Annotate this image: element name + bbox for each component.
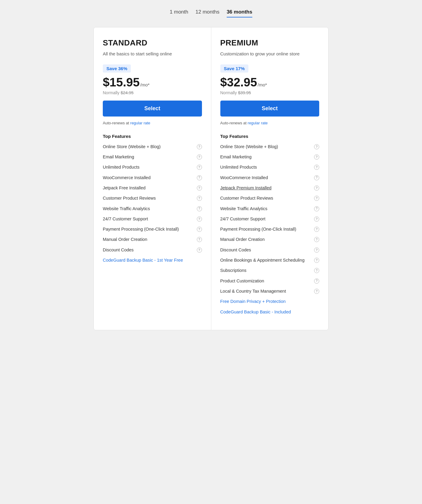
price-period: /mo*: [258, 82, 267, 87]
regular-rate-link[interactable]: regular rate: [130, 121, 150, 125]
plan-card-standard: STANDARD All the basics to start selling…: [94, 27, 211, 330]
info-icon[interactable]: ?: [197, 227, 202, 232]
info-icon[interactable]: ?: [314, 216, 319, 222]
info-icon[interactable]: ?: [197, 206, 202, 211]
info-icon[interactable]: ?: [314, 227, 319, 232]
price-normal: Normally $39.95: [220, 90, 320, 95]
period-tabs: 1 month12 months36 months: [170, 9, 252, 17]
price-main: $15.95: [103, 76, 140, 89]
info-icon[interactable]: ?: [197, 144, 202, 149]
feature-text: Manual Order Creation: [220, 236, 313, 242]
select-button[interactable]: Select: [103, 101, 202, 117]
plan-name: PREMIUM: [220, 38, 320, 48]
feature-item: Local & Country Tax Management?: [220, 288, 320, 294]
feature-item: Subscriptions?: [220, 267, 320, 273]
info-icon[interactable]: ?: [314, 154, 319, 160]
feature-text: Free Domain Privacy + Protection: [220, 298, 320, 304]
feature-item: CodeGuard Backup Basic - Included: [220, 309, 320, 315]
feature-item: CodeGuard Backup Basic - 1st Year Free: [103, 257, 202, 263]
feature-item: Discount Codes?: [220, 247, 320, 253]
feature-text: Discount Codes: [220, 247, 313, 253]
info-icon[interactable]: ?: [197, 165, 202, 170]
price-row: $15.95 /mo*: [103, 76, 202, 89]
feature-text: CodeGuard Backup Basic - 1st Year Free: [103, 257, 202, 263]
feature-item: Jetpack Free Installed?: [103, 185, 202, 191]
feature-text: Customer Product Reviews: [103, 195, 195, 201]
feature-item: Unlimited Products?: [220, 164, 320, 170]
auto-renew-text: Auto-renews at regular rate: [220, 121, 320, 125]
feature-item: 24/7 Customer Support?: [220, 216, 320, 222]
feature-text: Unlimited Products: [220, 164, 313, 170]
feature-text: Website Traffic Analytics: [220, 206, 313, 212]
select-button[interactable]: Select: [220, 101, 320, 117]
feature-text: Customer Product Reviews: [220, 195, 313, 201]
features-heading: Top Features: [220, 134, 320, 139]
feature-text: Website Traffic Analytics: [103, 206, 195, 212]
info-icon[interactable]: ?: [314, 278, 319, 284]
info-icon[interactable]: ?: [314, 185, 319, 191]
info-icon[interactable]: ?: [314, 165, 319, 170]
feature-item: Product Customization?: [220, 278, 320, 284]
feature-text: Online Bookings & Appointment Scheduling: [220, 257, 313, 263]
info-icon[interactable]: ?: [197, 175, 202, 180]
feature-text: CodeGuard Backup Basic - Included: [220, 309, 320, 315]
plan-description: Customization to grow your online store: [220, 51, 320, 57]
info-icon[interactable]: ?: [314, 206, 319, 211]
feature-text: Payment Processing (One-Click Install): [103, 226, 195, 232]
feature-text: Payment Processing (One-Click Install): [220, 226, 313, 232]
info-icon[interactable]: ?: [197, 216, 202, 222]
plan-description: All the basics to start selling online: [103, 51, 202, 57]
period-tab-36-months[interactable]: 36 months: [227, 9, 252, 17]
info-icon[interactable]: ?: [197, 247, 202, 253]
info-icon[interactable]: ?: [314, 258, 319, 263]
feature-text: Unlimited Products: [103, 164, 195, 170]
feature-item: Payment Processing (One-Click Install)?: [103, 226, 202, 232]
feature-item: Discount Codes?: [103, 247, 202, 253]
feature-item: Customer Product Reviews?: [220, 195, 320, 201]
price-main: $32.95: [220, 76, 257, 89]
feature-text: Online Store (Website + Blog): [103, 144, 195, 150]
info-icon[interactable]: ?: [314, 196, 319, 201]
feature-item: Free Domain Privacy + Protection: [220, 298, 320, 304]
feature-item: Manual Order Creation?: [103, 236, 202, 242]
feature-item: Jetpack Premium Installed?: [220, 185, 320, 191]
plan-card-premium: PREMIUM Customization to grow your onlin…: [211, 27, 329, 330]
info-icon[interactable]: ?: [197, 237, 202, 242]
feature-item: WooCommerce Installed?: [220, 175, 320, 181]
feature-item: Online Store (Website + Blog)?: [103, 144, 202, 150]
info-icon[interactable]: ?: [314, 237, 319, 242]
info-icon[interactable]: ?: [314, 175, 319, 180]
period-tab-1-month[interactable]: 1 month: [170, 9, 188, 17]
info-icon[interactable]: ?: [314, 247, 319, 253]
feature-item: Website Traffic Analytics?: [220, 206, 320, 212]
feature-item: Website Traffic Analytics?: [103, 206, 202, 212]
period-tab-12-months[interactable]: 12 months: [196, 9, 219, 17]
price-normal: Normally $24.95: [103, 90, 202, 95]
feature-text: WooCommerce Installed: [103, 175, 195, 181]
feature-text: Email Marketing: [220, 154, 313, 160]
feature-item: Email Marketing?: [220, 154, 320, 160]
feature-item: 24/7 Customer Support?: [103, 216, 202, 222]
feature-item: Online Store (Website + Blog)?: [220, 144, 320, 150]
price-row: $32.95 /mo*: [220, 76, 320, 89]
feature-text: Jetpack Free Installed: [103, 185, 195, 191]
info-icon[interactable]: ?: [197, 154, 202, 160]
feature-text: Online Store (Website + Blog): [220, 144, 313, 150]
plans-container: STANDARD All the basics to start selling…: [93, 27, 329, 330]
feature-text: WooCommerce Installed: [220, 175, 313, 181]
save-badge: Save 17%: [220, 64, 248, 73]
auto-renew-text: Auto-renews at regular rate: [103, 121, 202, 125]
info-icon[interactable]: ?: [314, 268, 319, 273]
feature-item: Online Bookings & Appointment Scheduling…: [220, 257, 320, 263]
feature-text: Local & Country Tax Management: [220, 288, 313, 294]
regular-rate-link[interactable]: regular rate: [248, 121, 268, 125]
info-icon[interactable]: ?: [314, 289, 319, 294]
info-icon[interactable]: ?: [197, 196, 202, 201]
feature-item: Payment Processing (One-Click Install)?: [220, 226, 320, 232]
save-badge: Save 36%: [103, 64, 131, 73]
info-icon[interactable]: ?: [314, 144, 319, 149]
feature-text: Subscriptions: [220, 267, 313, 273]
feature-text: 24/7 Customer Support: [103, 216, 195, 222]
info-icon[interactable]: ?: [197, 185, 202, 191]
price-period: /mo*: [140, 82, 150, 87]
